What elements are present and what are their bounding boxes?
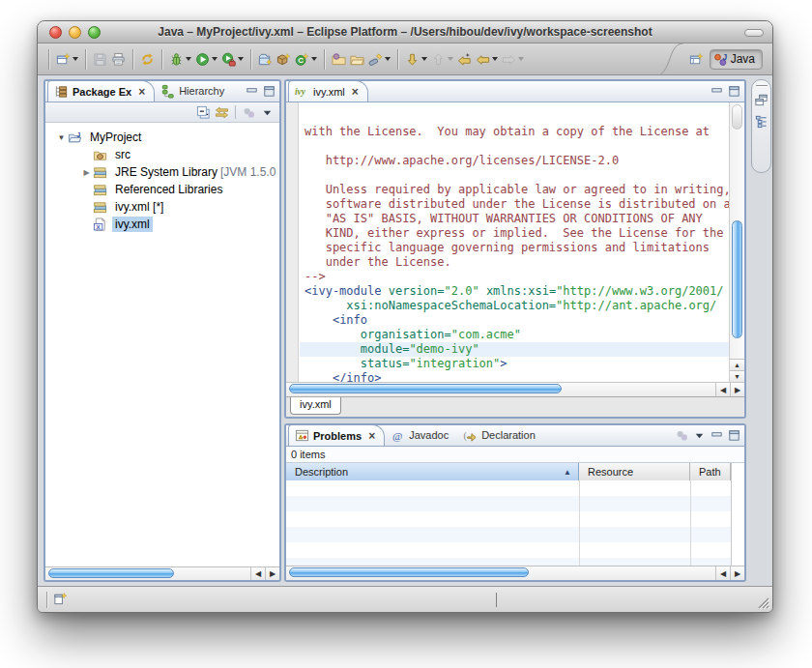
dropdown-caret-icon[interactable] — [311, 57, 317, 61]
minimize-view-button[interactable] — [710, 428, 724, 443]
scroll-right-arrow[interactable]: ▶ — [265, 567, 279, 580]
open-type-button[interactable] — [330, 47, 348, 71]
scroll-left-arrow[interactable]: ◀ — [715, 383, 730, 396]
code-line[interactable]: under the License. — [300, 255, 729, 270]
save-button[interactable] — [91, 47, 109, 71]
scroll-down-arrow[interactable]: ▼ — [730, 370, 744, 382]
horizontal-scrollbar-thumb[interactable] — [48, 568, 174, 578]
dropdown-caret-icon[interactable] — [421, 57, 427, 61]
table-row[interactable] — [286, 496, 731, 511]
table-row[interactable] — [286, 480, 731, 496]
table-row[interactable] — [286, 542, 731, 558]
print-button[interactable] — [109, 47, 128, 71]
close-icon[interactable]: × — [138, 87, 145, 97]
view-menu-icon[interactable] — [675, 428, 689, 443]
tree-item-jre-system-library[interactable]: ▶JRE System Library [JVM 1.5.0 ( — [45, 163, 279, 181]
new-class-button[interactable]: C — [293, 47, 319, 71]
tree-item-referenced-libraries[interactable]: Referenced Libraries — [45, 181, 279, 198]
code-line[interactable]: Unless required by applicable law or agr… — [300, 183, 729, 197]
code-line[interactable]: xsi:noNamespaceSchemaLocation="http://an… — [300, 299, 729, 313]
tab-package-explorer[interactable]: Package Ex × — [47, 80, 155, 102]
scroll-right-arrow[interactable]: ▶ — [730, 383, 744, 396]
twisty-down-icon[interactable]: ▼ — [55, 133, 68, 142]
maximize-view-button[interactable] — [727, 428, 741, 443]
maximize-editor-button[interactable] — [727, 84, 741, 99]
collapse-all-button[interactable] — [196, 105, 211, 120]
horizontal-scrollbar-thumb[interactable] — [289, 567, 529, 577]
column-header-path[interactable]: Path — [690, 463, 731, 480]
twisty-right-icon[interactable]: ▶ — [80, 168, 93, 177]
tab-javadoc[interactable]: @ Javadoc — [385, 424, 457, 446]
previous-annotation-button[interactable] — [429, 47, 455, 71]
code-line[interactable]: KIND, either express or implied. See the… — [300, 226, 729, 241]
minimize-editor-button[interactable] — [710, 84, 724, 99]
dropdown-caret-icon[interactable] — [186, 57, 191, 61]
table-row[interactable] — [286, 511, 731, 527]
code-line[interactable]: status="integration"> — [300, 357, 729, 371]
java-perspective-button[interactable]: J Java — [710, 49, 763, 70]
restore-view-button[interactable] — [754, 93, 768, 107]
code-line[interactable]: <ivy-module version="2.0" xmlns:xsi="htt… — [300, 284, 729, 299]
tab-declaration[interactable]: ( Declaration — [457, 424, 544, 446]
tree-item-ivy-xml[interactable]: Xivy.xml — [45, 216, 279, 233]
new-java-project-button[interactable] — [256, 47, 275, 71]
code-line[interactable] — [300, 168, 729, 183]
code-line[interactable]: http://www.apache.org/licenses/LICENSE-2… — [300, 154, 729, 168]
tab-editor-ivy-xml[interactable]: ivy ivy.xml × — [288, 80, 368, 102]
new-wizard-button[interactable] — [54, 47, 80, 71]
zoom-window-button[interactable] — [88, 26, 101, 39]
problems-vscrollbar[interactable] — [731, 480, 744, 566]
link-with-editor-button[interactable] — [215, 105, 229, 120]
table-row[interactable] — [286, 558, 731, 566]
search-button[interactable] — [366, 47, 392, 71]
code-line[interactable]: software distributed under the License i… — [300, 197, 729, 212]
code-line[interactable]: with the License. You may obtain a copy … — [300, 125, 729, 139]
debug-button[interactable] — [167, 47, 193, 71]
run-external-button[interactable] — [219, 47, 246, 71]
scroll-left-arrow[interactable]: ◀ — [715, 566, 730, 580]
minimize-window-button[interactable] — [69, 26, 81, 39]
code-line[interactable]: specific language governing permissions … — [300, 241, 729, 255]
column-header-description[interactable]: Description▲ — [286, 463, 579, 480]
scroll-up-arrow[interactable]: ▲ — [730, 359, 744, 370]
code-line[interactable]: --> — [300, 270, 729, 284]
code-line[interactable]: organisation="com.acme" — [300, 328, 729, 342]
tab-hierarchy[interactable]: Hierarchy — [155, 80, 233, 102]
open-perspective-button[interactable] — [689, 47, 704, 71]
title-bar[interactable]: Java – MyProject/ivy.xml – Eclipse Platf… — [38, 21, 772, 44]
code-line[interactable] — [300, 139, 729, 154]
dropdown-caret-icon[interactable] — [385, 57, 391, 61]
dropdown-caret-icon[interactable] — [72, 57, 78, 61]
next-annotation-button[interactable] — [403, 47, 429, 71]
minimize-view-button[interactable] — [245, 84, 259, 99]
editor-vscrollbar[interactable]: ▲ ▼ — [729, 102, 744, 382]
chevron-down-icon[interactable] — [260, 105, 275, 120]
column-header-resource[interactable]: Resource — [579, 463, 690, 480]
problems-table-body[interactable] — [286, 480, 731, 566]
close-window-button[interactable] — [49, 26, 62, 39]
tree-item-ivy-xml[interactable]: ivy.xml [*] — [45, 198, 279, 216]
dropdown-caret-icon[interactable] — [238, 57, 244, 61]
tree-item-src[interactable]: src — [45, 146, 279, 163]
fast-view-button[interactable] — [53, 592, 68, 610]
dropdown-caret-icon[interactable] — [518, 57, 524, 61]
maximize-view-button[interactable] — [262, 84, 276, 99]
new-package-button[interactable] — [275, 47, 293, 71]
tab-problems[interactable]: Problems × — [288, 424, 385, 446]
table-row[interactable] — [286, 527, 731, 542]
outline-view-button[interactable] — [754, 114, 768, 129]
toolbar-toggle-button[interactable] — [744, 29, 764, 37]
dropdown-caret-icon[interactable] — [212, 57, 218, 61]
code-line[interactable]: <info — [300, 313, 729, 328]
close-icon[interactable]: × — [352, 87, 359, 97]
last-edit-location-button[interactable] — [455, 47, 474, 71]
code-line-current[interactable]: module="demo-ivy" — [300, 342, 729, 357]
forward-button[interactable] — [500, 47, 526, 71]
run-button[interactable] — [193, 47, 219, 71]
back-button[interactable] — [474, 47, 500, 71]
code-line[interactable]: </info> — [300, 371, 729, 382]
page-tab-source[interactable]: ivy.xml — [290, 397, 341, 415]
dropdown-caret-icon[interactable] — [492, 57, 498, 61]
chevron-down-icon[interactable] — [692, 428, 707, 443]
code-line[interactable]: "AS IS" BASIS, WITHOUT WARRANTIES OR CON… — [300, 212, 729, 226]
